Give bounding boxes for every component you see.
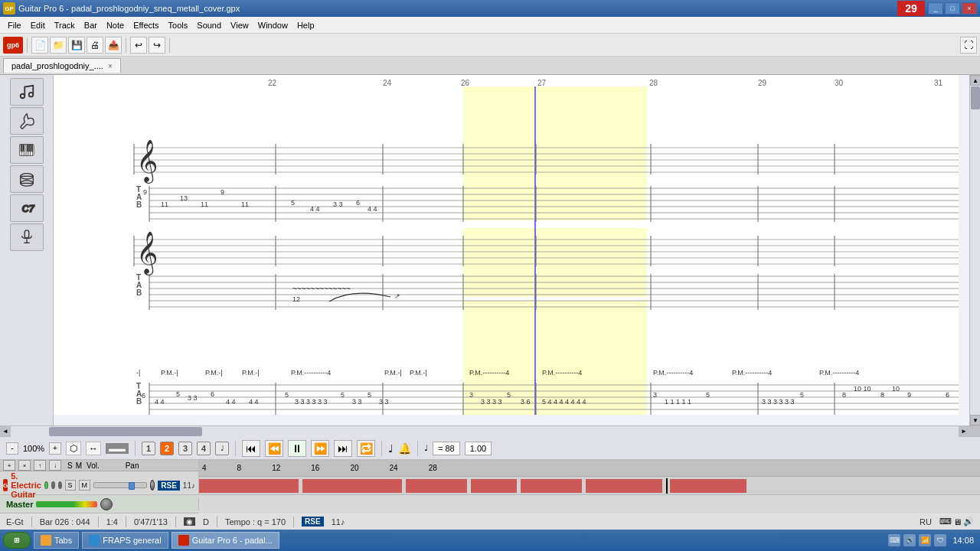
taskbar-item-fraps[interactable]: FRAPS general xyxy=(82,532,168,549)
track-block-2[interactable] xyxy=(302,479,402,493)
menu-effects[interactable]: Effects xyxy=(129,19,163,31)
beat-4-button[interactable]: 4 xyxy=(197,442,211,455)
open-button[interactable]: 📁 xyxy=(50,37,67,54)
track-blocks xyxy=(199,477,980,494)
menu-tools[interactable]: Tools xyxy=(164,19,193,31)
menu-track[interactable]: Track xyxy=(50,19,80,31)
piano-mode-button[interactable] xyxy=(10,136,44,164)
svg-rect-18 xyxy=(24,230,29,238)
hscroll-track[interactable] xyxy=(11,426,959,437)
notation-mode-button[interactable] xyxy=(10,78,44,106)
track-block-3[interactable] xyxy=(406,479,467,493)
taskbar-item-tabs[interactable]: Tabs xyxy=(34,532,79,549)
scroll-thumb[interactable] xyxy=(971,86,980,109)
file-tab-close[interactable]: × xyxy=(108,62,113,70)
menu-note[interactable]: Note xyxy=(102,19,129,31)
zoom-fit-button[interactable]: ⬡ xyxy=(66,442,81,455)
svg-text:P.M.-|: P.M.-| xyxy=(384,369,402,377)
track-led-3[interactable] xyxy=(58,481,62,489)
fullscreen-button[interactable]: ⛶ xyxy=(960,37,977,54)
zoom-in-button[interactable]: + xyxy=(49,442,61,455)
save-button[interactable]: 💾 xyxy=(68,37,85,54)
window-controls[interactable]: _ □ × xyxy=(928,2,977,15)
zoom-out-button[interactable]: - xyxy=(6,442,18,455)
timeline-num-16: 16 xyxy=(311,464,319,472)
loop-button[interactable]: 🔁 xyxy=(357,440,375,457)
menu-edit[interactable]: Edit xyxy=(26,19,50,31)
tempo-multiplier[interactable]: 1.00 xyxy=(465,442,492,455)
volume-thumb[interactable] xyxy=(129,482,135,490)
scroll-track[interactable] xyxy=(970,86,980,415)
menu-window[interactable]: Window xyxy=(253,19,292,31)
menu-sound[interactable]: Sound xyxy=(192,19,226,31)
master-pan-knob[interactable] xyxy=(100,498,113,510)
maximize-button[interactable]: □ xyxy=(945,2,960,15)
mic-button[interactable] xyxy=(10,223,44,251)
remove-track-button[interactable]: × xyxy=(18,460,31,471)
move-down-button[interactable]: ↓ xyxy=(49,460,61,471)
mute-button[interactable]: M xyxy=(79,480,91,491)
pan-knob[interactable] xyxy=(150,480,155,491)
rse-badge[interactable]: RSE xyxy=(158,481,180,491)
volume-slider[interactable] xyxy=(93,482,147,488)
solo-button[interactable]: S xyxy=(65,480,76,491)
page-mode-indicator[interactable]: ▬▬ xyxy=(106,443,129,454)
skip-forward-button[interactable]: ⏭ xyxy=(334,440,352,457)
redo-button[interactable]: ↪ xyxy=(149,37,165,54)
svg-text:~~~~~~~~~~~~~: ~~~~~~~~~~~~~ xyxy=(292,285,351,293)
master-controls: Master xyxy=(0,498,199,510)
export-button[interactable]: 📤 xyxy=(105,37,122,54)
track-block-1[interactable] xyxy=(199,479,299,493)
menu-bar[interactable]: Bar xyxy=(80,19,102,31)
track-led-1[interactable] xyxy=(44,481,48,489)
beat-2-button[interactable]: 2 xyxy=(160,442,174,455)
taskbar-item-guitarpro[interactable]: Guitar Pro 6 - padal... xyxy=(172,532,279,549)
rewind-button[interactable]: ⏪ xyxy=(265,440,283,457)
close-button[interactable]: × xyxy=(962,2,977,15)
file-tab[interactable]: padal_proshlogodniy_.... × xyxy=(3,58,121,73)
scroll-right-arrow[interactable]: ► xyxy=(959,426,969,437)
master-volume-bar[interactable] xyxy=(36,501,97,507)
minimize-button[interactable]: _ xyxy=(928,2,943,15)
pause-button[interactable]: ⏸ xyxy=(288,440,306,457)
chord-mode-button[interactable]: C7 xyxy=(10,194,44,222)
zoom-control[interactable]: - 100% + xyxy=(6,442,61,455)
skip-back-button[interactable]: ⏮ xyxy=(242,440,260,457)
svg-text:5: 5 xyxy=(285,391,289,399)
svg-text:6: 6 xyxy=(356,199,360,207)
score-area[interactable]: 22 24 26 27 28 29 30 31 xyxy=(54,75,969,425)
menu-view[interactable]: View xyxy=(226,19,253,31)
print-button[interactable]: 🖨 xyxy=(87,37,103,54)
new-button[interactable]: 📄 xyxy=(31,37,48,54)
scroll-up-arrow[interactable]: ▲ xyxy=(970,75,980,86)
time-status: 0'47/1'13 xyxy=(134,517,168,527)
add-track-button[interactable]: + xyxy=(3,460,15,471)
beat-1-button[interactable]: 1 xyxy=(142,442,155,455)
guitar-mode-button[interactable] xyxy=(10,107,44,135)
hscroll-thumb[interactable] xyxy=(49,427,202,436)
drum-mode-button[interactable] xyxy=(10,165,44,193)
scroll-down-arrow[interactable]: ▼ xyxy=(970,415,980,425)
track-block-7[interactable] xyxy=(670,479,746,493)
undo-button[interactable]: ↩ xyxy=(130,37,147,54)
track-block-5[interactable] xyxy=(521,479,582,493)
metronome-icon[interactable]: ♩ xyxy=(388,442,394,455)
track-led-2[interactable] xyxy=(51,481,55,489)
click-icon[interactable]: 🔔 xyxy=(398,442,411,455)
track-block-4[interactable] xyxy=(471,479,517,493)
vertical-scrollbar[interactable]: ▲ ▼ xyxy=(969,75,980,425)
horizontal-scrollbar[interactable]: ◄ ► xyxy=(0,425,980,436)
menu-help[interactable]: Help xyxy=(292,19,319,31)
svg-text:28: 28 xyxy=(649,79,658,87)
beat-extra-button[interactable]: ♩ xyxy=(215,442,229,455)
toolbar-separator xyxy=(27,37,28,53)
menu-file[interactable]: File xyxy=(3,19,26,31)
beat-3-button[interactable]: 3 xyxy=(178,442,192,455)
guitarpro-taskbar-icon xyxy=(178,535,189,546)
track-block-6[interactable] xyxy=(586,479,662,493)
scroll-left-arrow[interactable]: ◄ xyxy=(0,426,11,437)
forward-button[interactable]: ⏩ xyxy=(311,440,329,457)
move-up-button[interactable]: ↑ xyxy=(34,460,46,471)
zoom-scroll-button[interactable]: ↔ xyxy=(86,442,101,455)
start-button[interactable]: ⊞ xyxy=(3,532,31,549)
